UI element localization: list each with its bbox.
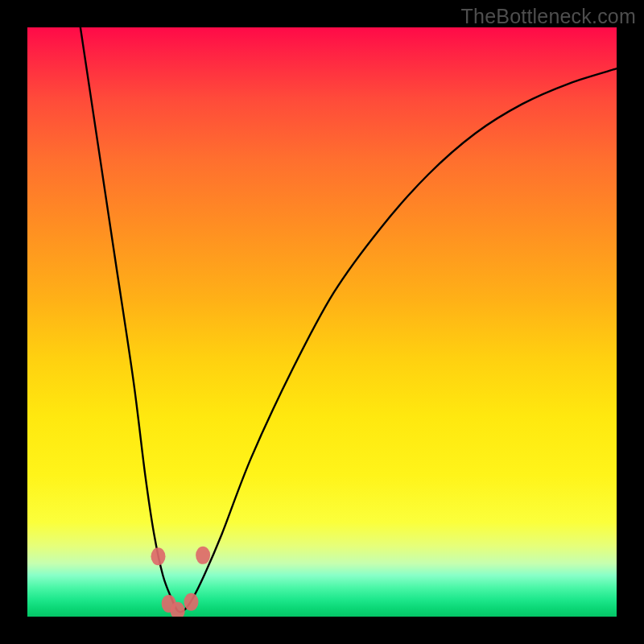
curve-path [80,27,617,613]
curve-layer [27,27,617,617]
marker-dot [196,547,210,564]
marker-dot [184,593,199,611]
marker-dot [151,547,166,565]
chart-frame: TheBottleneck.com [0,0,644,644]
plot-area [27,27,617,617]
watermark-text: TheBottleneck.com [461,5,636,28]
